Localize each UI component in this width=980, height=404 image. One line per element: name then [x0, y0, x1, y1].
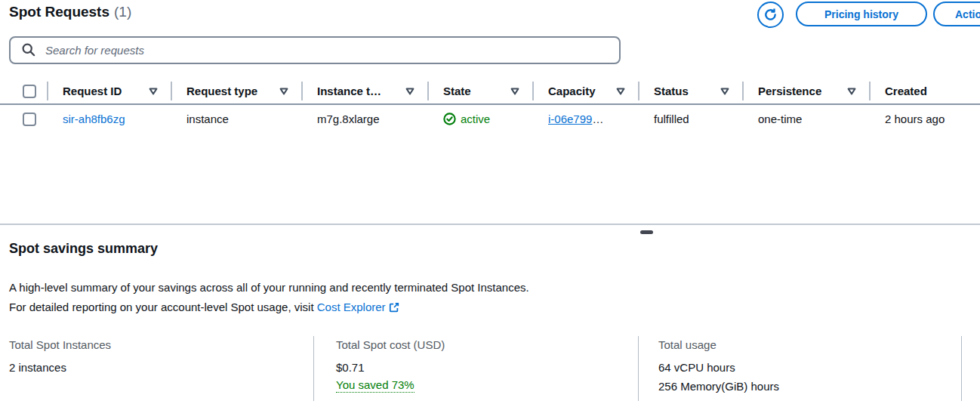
column-header-state[interactable]: State — [428, 79, 533, 104]
capacity-truncation: … — [592, 113, 603, 125]
sort-arrow-icon[interactable] — [279, 88, 288, 95]
table-header-row: Request ID Request type — [0, 79, 980, 104]
pricing-history-label: Pricing history — [824, 8, 898, 20]
stat-divider — [961, 336, 962, 401]
savings-stats: Total Spot Instances 2 instances Total S… — [0, 335, 980, 402]
column-label: Created — [885, 85, 927, 97]
page-title-text: Spot Requests — [9, 4, 109, 20]
sort-arrow-icon[interactable] — [405, 88, 414, 95]
active-status-icon — [443, 113, 456, 125]
column-label: Persistence — [758, 85, 821, 97]
refresh-button[interactable] — [757, 2, 784, 28]
stat-label: Total Spot Instances — [9, 338, 111, 351]
cost-explorer-link[interactable]: Cost Explorer — [317, 301, 386, 313]
column-header-status[interactable]: Status — [639, 79, 743, 104]
column-header-created[interactable]: Created — [870, 79, 980, 104]
column-label: Request ID — [63, 85, 122, 97]
column-label: Capacity — [548, 85, 596, 97]
stat-total-spot-instances: Total Spot Instances 2 instances — [9, 338, 111, 377]
savings-summary-title: Spot savings summary — [9, 241, 158, 257]
request-count: (1) — [114, 4, 131, 20]
pricing-history-button[interactable]: Pricing history — [796, 2, 927, 26]
stat-value: 64 vCPU hours — [658, 358, 779, 377]
stat-value: $0.71 — [336, 358, 445, 377]
spot-requests-page: Spot Requests(1) Pricing history Actions — [0, 0, 980, 404]
panel-resize-handle[interactable] — [640, 230, 653, 234]
search-icon — [21, 42, 36, 57]
column-label: Instance t… — [317, 85, 381, 97]
stat-label: Total usage — [658, 338, 779, 351]
refresh-icon — [763, 8, 778, 22]
capacity-cell: i-06e799… — [533, 104, 639, 133]
you-saved-link[interactable]: You saved 73% — [336, 378, 414, 393]
column-header-capacity[interactable]: Capacity — [533, 79, 639, 104]
stat-total-spot-cost: Total Spot cost (USD) $0.71 You saved 73… — [336, 338, 445, 393]
row-select-cell — [0, 104, 48, 133]
column-header-request-type[interactable]: Request type — [171, 79, 302, 104]
row-checkbox[interactable] — [23, 113, 36, 126]
stat-divider — [638, 336, 639, 401]
stat-label: Total Spot cost (USD) — [336, 338, 445, 351]
search-input[interactable] — [9, 36, 621, 64]
panel-divider — [0, 224, 980, 225]
select-all-checkbox[interactable] — [23, 85, 36, 98]
table-row: sir-ah8fb6zg instance m7g.8xlarge active — [0, 104, 980, 133]
column-header-persistence[interactable]: Persistence — [743, 79, 870, 104]
stat-value: 256 Memory(GiB) hours — [658, 377, 779, 396]
request-type-cell: instance — [171, 104, 302, 133]
actions-label: Actions — [955, 8, 980, 20]
state-label: active — [461, 113, 490, 125]
column-header-instance-type[interactable]: Instance t… — [302, 79, 428, 104]
capacity-instance-link[interactable]: i-06e799 — [548, 113, 592, 125]
page-title: Spot Requests(1) — [9, 4, 131, 20]
stat-divider — [313, 336, 314, 401]
instance-type-cell: m7g.8xlarge — [302, 104, 428, 133]
savings-description: A high-level summary of your savings acr… — [9, 278, 529, 319]
requests-table: Request ID Request type — [0, 79, 980, 133]
column-label: Request type — [186, 85, 257, 97]
savings-description-line2-text: For detailed reporting on your account-l… — [9, 301, 317, 313]
request-id-link[interactable]: sir-ah8fb6zg — [63, 113, 125, 125]
sort-arrow-icon[interactable] — [720, 88, 729, 95]
stat-total-usage: Total usage 64 vCPU hours 256 Memory(GiB… — [658, 338, 779, 396]
persistence-cell: one-time — [743, 104, 870, 133]
created-cell: 2 hours ago — [870, 104, 980, 133]
column-label: State — [443, 85, 471, 97]
sort-arrow-icon[interactable] — [149, 88, 158, 95]
sort-arrow-icon[interactable] — [847, 88, 856, 95]
search-container — [9, 36, 621, 64]
status-cell: fulfilled — [639, 104, 743, 133]
column-label: Status — [654, 85, 689, 97]
savings-description-line2: For detailed reporting on your account-l… — [9, 298, 529, 319]
savings-description-line1: A high-level summary of your savings acr… — [9, 278, 529, 298]
sort-arrow-icon[interactable] — [616, 88, 625, 95]
request-id-cell: sir-ah8fb6zg — [48, 104, 171, 133]
column-header-request-id[interactable]: Request ID — [48, 79, 171, 104]
state-cell: active — [428, 104, 533, 133]
sort-arrow-icon[interactable] — [510, 88, 519, 95]
select-all-cell — [0, 79, 48, 104]
stat-value: 2 instances — [9, 358, 111, 377]
actions-button[interactable]: Actions — [933, 2, 980, 26]
external-link-icon — [389, 299, 399, 319]
